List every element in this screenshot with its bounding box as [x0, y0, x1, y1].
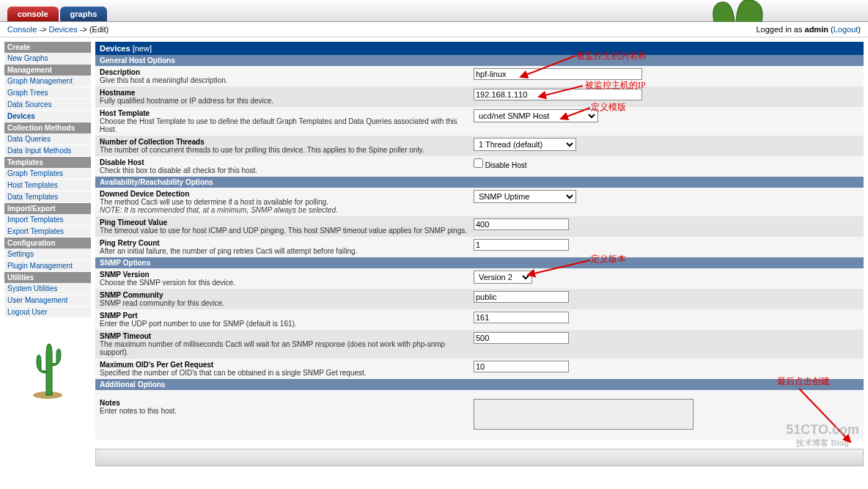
row-threads: Number of Collection ThreadsThe number o… [95, 136, 864, 156]
threads-select[interactable]: 1 Thread (default) [474, 138, 576, 151]
snmp-community-label: SNMP Community [100, 291, 474, 299]
panel-title: Devices [new] [95, 42, 864, 55]
sidebar: Create New Graphs Management Graph Manag… [4, 42, 91, 466]
sidebar-item-import-templates[interactable]: Import Templates [4, 214, 91, 225]
description-label: Description [100, 68, 474, 76]
ping-timeout-label: Ping Timeout Value [100, 218, 474, 227]
breadcrumb-devices[interactable]: Devices [49, 25, 78, 34]
sidebar-head-management: Management [4, 65, 91, 76]
host-template-label: Host Template [100, 109, 474, 117]
downed-label: Downed Device Detection [100, 190, 474, 198]
row-host-template: Host TemplateChoose the Host Template to… [95, 107, 864, 136]
login-user: admin [805, 25, 828, 34]
sidebar-item-plugin-mgmt[interactable]: Plugin Management [4, 260, 91, 271]
row-downed: Downed Device DetectionThe method Cacti … [95, 188, 864, 216]
sidebar-item-settings[interactable]: Settings [4, 249, 91, 260]
cacti-logo-icon [4, 333, 91, 400]
section-snmp: SNMP Options [95, 257, 864, 268]
row-ping-timeout: Ping Timeout ValueThe timeout value to u… [95, 216, 864, 237]
sidebar-item-data-templates[interactable]: Data Templates [4, 191, 91, 202]
row-snmp-version: SNMP VersionChoose the SNMP version for … [95, 268, 864, 289]
sidebar-item-new-graphs[interactable]: New Graphs [4, 53, 91, 64]
row-description: DescriptionGive this host a meaningful d… [95, 66, 864, 87]
sidebar-item-data-input[interactable]: Data Input Methods [4, 145, 91, 156]
sidebar-item-sys-util[interactable]: System Utilities [4, 283, 91, 294]
max-oid-input[interactable] [474, 361, 569, 372]
hostname-input[interactable] [474, 89, 642, 100]
row-ping-retry: Ping Retry CountAfter an initial failure… [95, 237, 864, 257]
breadcrumb: Console -> Devices -> (Edit) [7, 25, 108, 34]
tab-console[interactable]: console [7, 7, 59, 21]
section-general: General Host Options [95, 55, 864, 66]
ping-retry-label: Ping Retry Count [100, 239, 474, 247]
breadcrumb-edit: (Edit) [89, 25, 108, 34]
breadcrumb-console[interactable]: Console [7, 25, 37, 34]
snmp-port-label: SNMP Port [100, 312, 474, 320]
disable-checkbox[interactable] [474, 158, 483, 168]
max-oid-label: Maximum OID's Per Get Request [100, 361, 474, 369]
main-panel: Devices [new] General Host Options Descr… [95, 42, 864, 466]
sidebar-head-import-export: Import/Export [4, 203, 91, 214]
row-hostname: HostnameFully qualified hostname or IP a… [95, 87, 864, 107]
sidebar-item-host-templates[interactable]: Host Templates [4, 180, 91, 191]
disable-label: Disable Host [100, 158, 474, 166]
snmp-timeout-label: SNMP Timeout [100, 332, 474, 340]
sidebar-head-utilities: Utilities [4, 272, 91, 283]
sidebar-head-collection: Collection Methods [4, 122, 91, 133]
snmp-timeout-input[interactable] [474, 332, 569, 344]
sidebar-item-data-sources[interactable]: Data Sources [4, 99, 91, 110]
logout-link[interactable]: Logout [834, 25, 858, 34]
notes-textarea[interactable] [474, 399, 694, 430]
sidebar-head-create: Create [4, 42, 91, 53]
sidebar-item-logout-user[interactable]: Logout User [4, 306, 91, 317]
sidebar-item-graph-trees[interactable]: Graph Trees [4, 87, 91, 98]
watermark: 51CTO.com 技术博客 Blog [786, 422, 859, 449]
sidebar-item-export-templates[interactable]: Export Templates [4, 226, 91, 237]
section-additional: Additional Options [95, 379, 864, 390]
row-notes: NotesEnter notes to this host. [95, 390, 864, 440]
sidebar-head-configuration: Configuration [4, 238, 91, 249]
snmp-version-select[interactable]: Version 2 [474, 271, 532, 284]
breadcrumb-bar: Console -> Devices -> (Edit) Logged in a… [0, 22, 868, 37]
row-max-oid: Maximum OID's Per Get RequestSpecified t… [95, 359, 864, 379]
snmp-version-label: SNMP Version [100, 271, 474, 279]
notes-label: Notes [100, 399, 474, 407]
row-disable: Disable HostCheck this box to disable al… [95, 156, 864, 177]
sidebar-item-user-mgmt[interactable]: User Management [4, 295, 91, 306]
section-availability: Availability/Reachability Options [95, 177, 864, 188]
sidebar-item-devices[interactable]: Devices [4, 111, 91, 122]
snmp-community-input[interactable] [474, 291, 569, 303]
action-bar [95, 449, 864, 466]
sidebar-item-data-queries[interactable]: Data Queries [4, 133, 91, 144]
row-snmp-timeout: SNMP TimeoutThe maximum number of millis… [95, 330, 864, 359]
description-input[interactable] [474, 68, 642, 80]
downed-select[interactable]: SNMP Uptime [474, 190, 576, 203]
login-status: Logged in as admin (Logout) [756, 25, 861, 34]
row-snmp-community: SNMP CommunitySNMP read community for th… [95, 289, 864, 309]
threads-label: Number of Collection Threads [100, 138, 474, 146]
cacti-logo-top [707, 0, 773, 22]
ping-timeout-input[interactable] [474, 218, 569, 230]
sidebar-item-graph-mgmt[interactable]: Graph Management [4, 76, 91, 87]
sidebar-head-templates: Templates [4, 157, 91, 168]
top-tab-bar: console graphs [0, 0, 868, 22]
hostname-label: Hostname [100, 89, 474, 97]
ping-retry-input[interactable] [474, 239, 569, 251]
tab-graphs[interactable]: graphs [60, 7, 108, 21]
host-template-select[interactable]: ucd/net SNMP Host [474, 109, 598, 122]
sidebar-item-graph-templates[interactable]: Graph Templates [4, 168, 91, 179]
row-snmp-port: SNMP PortEnter the UDP port number to us… [95, 309, 864, 330]
snmp-port-input[interactable] [474, 312, 569, 323]
